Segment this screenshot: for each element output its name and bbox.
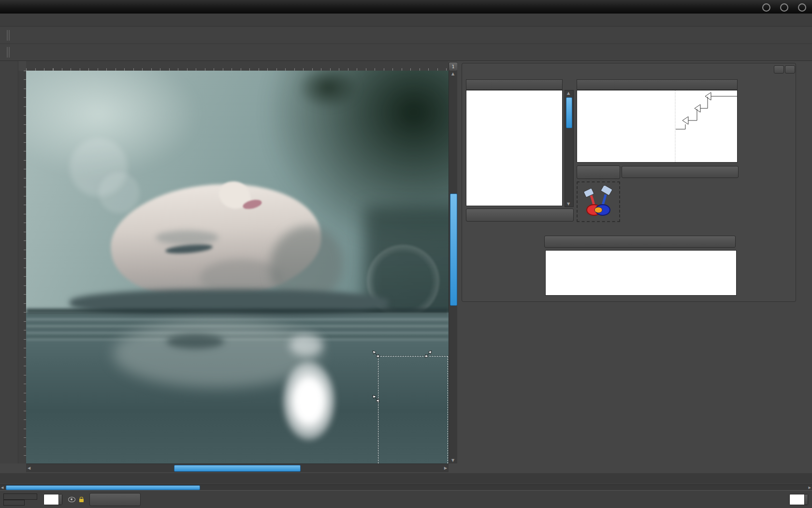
scroll-right-arrow[interactable]: ▶ — [444, 466, 447, 470]
layer-lock-icon[interactable] — [79, 499, 84, 502]
canvas[interactable] — [26, 71, 449, 463]
horizontal-ruler[interactable] — [26, 61, 449, 71]
window-controls — [762, 3, 806, 12]
palette-scroll-right[interactable]: ▶ — [809, 486, 811, 490]
effect-list — [577, 90, 738, 163]
color-palette — [0, 473, 812, 484]
inkscape-window: 1 ▲ ▼ — [0, 0, 812, 508]
filter-scroll-thumb[interactable] — [566, 97, 572, 128]
toolbar-grip2[interactable] — [7, 47, 10, 58]
bokeh-circle-2 — [99, 172, 140, 213]
connection-lines — [577, 90, 738, 163]
scale-handle-top-right[interactable] — [423, 349, 433, 359]
dock-area: ▲ ▼ — [457, 61, 812, 473]
feblend-icon — [581, 186, 615, 218]
minimize-button[interactable] — [762, 3, 770, 12]
palette-scroll-left[interactable]: ◀ — [1, 486, 3, 490]
palette-scroll-thumb[interactable] — [6, 485, 200, 490]
sticky-zoom-button[interactable]: 1 — [449, 62, 458, 71]
filter-scroll-up[interactable]: ▲ — [567, 91, 570, 95]
sticky-zoom-label: 1 — [452, 64, 455, 69]
filter-list — [466, 90, 563, 206]
toolbar-grip[interactable] — [7, 30, 10, 41]
scroll-up-arrow[interactable]: ▲ — [451, 72, 454, 76]
panel-close-button[interactable] — [785, 65, 795, 74]
filter-list-header[interactable] — [466, 79, 563, 90]
waterline-edge — [26, 309, 449, 314]
feblend-description — [623, 179, 738, 226]
selection-marquee[interactable] — [378, 356, 448, 463]
fill-swatch[interactable] — [3, 493, 37, 500]
background-branch — [297, 71, 360, 109]
zoom-spinbox[interactable] — [789, 494, 808, 505]
add-effect-label-button[interactable] — [577, 165, 620, 179]
type-dropdown[interactable] — [544, 236, 736, 248]
water-glow-small — [290, 334, 323, 356]
layer-selector[interactable] — [89, 493, 141, 506]
vertical-ruler[interactable] — [18, 71, 27, 463]
filter-editor-panel: ▲ ▼ — [462, 63, 796, 302]
feblend-preview — [577, 181, 620, 222]
zoom-value — [790, 494, 804, 505]
vertical-scroll-thumb[interactable] — [450, 194, 457, 306]
water-glow — [282, 361, 335, 441]
toolbox — [0, 61, 18, 463]
titlebar — [0, 0, 812, 14]
statusbar — [0, 490, 812, 508]
add-effect-dropdown[interactable] — [622, 166, 739, 178]
scroll-down-arrow[interactable]: ▼ — [451, 458, 454, 463]
connection-input-columns — [739, 90, 793, 163]
panel-detach-button[interactable] — [774, 65, 784, 74]
face-brow-shadow — [156, 230, 218, 245]
scale-handle-left[interactable] — [371, 394, 381, 403]
filter-list-scrollbar[interactable]: ▲ ▼ — [565, 90, 574, 207]
new-filter-button[interactable] — [466, 209, 574, 222]
zoom-spin-arrows[interactable] — [804, 494, 808, 505]
horizontal-scroll-thumb[interactable] — [174, 465, 301, 472]
opacity-value — [44, 494, 58, 505]
scroll-left-arrow[interactable]: ◀ — [28, 466, 30, 470]
canvas-vertical-scrollbar[interactable]: ▲ ▼ — [449, 71, 458, 463]
fill-stroke-indicator[interactable] — [1, 493, 37, 506]
canvas-horizontal-scrollbar[interactable]: ◀ ▶ — [26, 463, 449, 472]
maximize-button[interactable] — [780, 3, 788, 12]
command-toolbar — [0, 27, 812, 44]
reflection-eye-shadow — [166, 334, 224, 349]
close-button[interactable] — [798, 3, 806, 12]
layer-visibility-icon[interactable] — [68, 497, 75, 502]
filter-scroll-down[interactable]: ▼ — [567, 202, 570, 206]
color-matrix-values — [545, 250, 737, 296]
opacity-spinbox[interactable] — [44, 494, 62, 505]
stroke-swatch[interactable] — [3, 500, 25, 506]
menubar — [0, 14, 812, 27]
effect-list-header[interactable] — [577, 79, 738, 90]
opacity-spin-arrows[interactable] — [58, 494, 62, 505]
scale-handle-top-left[interactable] — [371, 349, 381, 359]
tool-options-toolbar — [0, 44, 812, 61]
